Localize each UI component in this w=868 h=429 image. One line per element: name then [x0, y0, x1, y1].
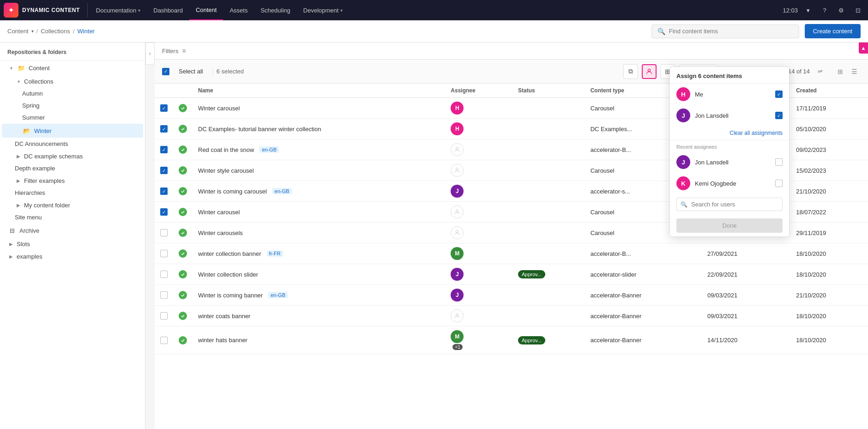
row-checkbox[interactable]	[160, 291, 168, 299]
clear-assignments-link[interactable]: Clear all assignments	[670, 126, 789, 140]
search-users-field[interactable]: 🔍	[676, 198, 783, 211]
row-last-modified-cell: 22/09/2021	[702, 264, 790, 285]
assign-name-me: Me	[695, 91, 771, 98]
row-name-cell[interactable]: DC Examples- tutorial banner winter coll…	[193, 119, 445, 139]
search-users-input[interactable]	[691, 201, 778, 208]
sidebar-item-autumn[interactable]: Autumn	[2, 88, 143, 99]
col-assignee[interactable]: Assignee	[445, 84, 512, 98]
col-created[interactable]: Created	[790, 84, 868, 98]
assign-option-jon[interactable]: J Jon Lansdell ✓	[670, 105, 789, 126]
help-icon[interactable]: ?	[818, 4, 831, 17]
assign-checkbox-jon[interactable]: ✓	[775, 112, 783, 119]
sidebar-item-spring[interactable]: Spring	[2, 100, 143, 111]
sidebar-item-my-content-folder[interactable]: ▶ My content folder	[2, 199, 143, 211]
assign-option-kemi[interactable]: K Kemi Ojogbede	[670, 173, 789, 194]
col-status-header[interactable]: Status	[512, 84, 585, 98]
sidebar-item-depth-example[interactable]: Depth example	[2, 163, 143, 174]
breadcrumb-content[interactable]: Content	[7, 28, 29, 35]
assign-option-jon-recent[interactable]: J Jon Lansdell	[670, 151, 789, 173]
sidebar-item-site-menu[interactable]: Site menu	[2, 211, 143, 223]
assign-option-me[interactable]: H Me ✓	[670, 84, 789, 105]
row-checkbox[interactable]: ✓	[160, 167, 168, 174]
done-button[interactable]: Done	[676, 218, 783, 233]
sidebar-item-dc-announcements[interactable]: DC Announcements	[2, 138, 143, 150]
sidebar-item-winter[interactable]: 📂 Winter	[2, 124, 143, 138]
fullscreen-icon[interactable]: ⊡	[851, 4, 864, 17]
scroll-indicator[interactable]: ▲	[859, 42, 868, 54]
assign-user-button[interactable]	[642, 64, 657, 79]
row-checkbox[interactable]: ✓	[160, 187, 168, 195]
row-checkbox[interactable]	[160, 312, 168, 320]
sidebar-item-summer[interactable]: Summer	[2, 112, 143, 123]
sidebar-item-filter-examples[interactable]: ▶ Filter examples	[2, 175, 143, 187]
assign-checkbox-jon-recent[interactable]	[775, 158, 783, 166]
nav-scheduling[interactable]: Scheduling	[254, 0, 296, 20]
row-name-cell[interactable]: Winter is coming carouselen-GB	[193, 181, 445, 202]
sidebar-item-examples[interactable]: ▶ examples	[2, 250, 143, 262]
row-name-cell[interactable]: winter hats banner	[193, 326, 445, 354]
row-name-cell[interactable]: winter coats banner	[193, 306, 445, 326]
select-all-checkbox[interactable]: ✓	[162, 68, 169, 75]
row-name-cell[interactable]: Winter is coming banneren-GB	[193, 285, 445, 306]
grid-view-button[interactable]: ⊞	[834, 65, 847, 78]
sidebar-item-dc-example-schemas[interactable]: ▶ DC example schemas	[2, 150, 143, 162]
nav-content[interactable]: Content	[189, 0, 223, 20]
create-content-button[interactable]: Create content	[805, 24, 861, 38]
sidebar-item-collections[interactable]: ▾ Collections	[2, 75, 143, 87]
content-name: DC Examples- tutorial banner winter coll…	[198, 126, 440, 133]
row-name-cell[interactable]: Winter style carousel	[193, 160, 445, 181]
sidebar-item-archive[interactable]: ⊟ Archive	[2, 224, 143, 237]
assign-checkbox-kemi[interactable]	[775, 180, 783, 187]
breadcrumb-winter[interactable]: Winter	[77, 28, 95, 35]
row-name-cell[interactable]: Winter carousel	[193, 98, 445, 119]
content-item-name: winter collection banner	[198, 250, 261, 257]
row-name-cell[interactable]: Winter carousels	[193, 223, 445, 243]
search-input[interactable]	[669, 28, 793, 35]
filter-icon[interactable]: ≡	[182, 47, 186, 54]
content-name: Winter is coming carouselen-GB	[198, 188, 440, 195]
folder-icon-content: 📁	[17, 63, 26, 73]
nav-dashboard[interactable]: Dashboard	[147, 0, 189, 20]
row-checkbox[interactable]	[160, 271, 168, 278]
row-name-cell[interactable]: Winter carousel	[193, 202, 445, 223]
search-bar[interactable]: 🔍	[651, 24, 799, 38]
row-checkbox-cell	[155, 306, 173, 326]
row-checkbox[interactable]: ✓	[160, 208, 168, 216]
row-name-cell[interactable]: Red coat in the snowen-GB	[193, 139, 445, 160]
sidebar-item-content[interactable]: ▾ 📁 Content	[2, 61, 143, 75]
list-view-button[interactable]: ☰	[848, 65, 861, 78]
row-assignee-cell	[445, 306, 512, 326]
sidebar-item-hierarchies[interactable]: Hierarchies	[2, 187, 143, 199]
filter-settings-button[interactable]: ⇌	[814, 65, 826, 78]
row-checkbox[interactable]: ✓	[160, 125, 168, 133]
col-name[interactable]: Name	[193, 84, 445, 98]
nav-documentation[interactable]: Documentation ▾	[90, 0, 147, 20]
row-name-cell[interactable]: winter collection bannerfr-FR	[193, 243, 445, 264]
avatar-placeholder	[451, 309, 464, 322]
breadcrumb-collections[interactable]: Collections	[41, 28, 70, 35]
row-checkbox[interactable]	[160, 337, 168, 344]
nav-development[interactable]: Development ▾	[297, 0, 350, 20]
row-checkbox[interactable]	[160, 229, 168, 236]
sidebar-collapse-button[interactable]: ‹	[145, 42, 155, 65]
nav-assets[interactable]: Assets	[223, 0, 254, 20]
select-all-button[interactable]: Select all	[175, 66, 207, 77]
status-dot	[179, 291, 187, 299]
row-name-cell[interactable]: Winter collection slider	[193, 264, 445, 285]
assign-name-jon: Jon Lansdell	[695, 112, 771, 119]
nav-expand-icon[interactable]: ▾	[802, 4, 814, 17]
sidebar-item-slots[interactable]: ▶ Slots	[2, 238, 143, 250]
assign-checkbox-me[interactable]: ✓	[775, 91, 783, 98]
col-checkbox	[155, 84, 173, 98]
row-last-modified-cell: 27/09/2021	[702, 243, 790, 264]
copy-button[interactable]: ⧉	[623, 64, 638, 79]
row-checkbox[interactable]: ✓	[160, 104, 168, 112]
row-checkbox[interactable]: ✓	[160, 146, 168, 153]
settings-icon[interactable]: ⚙	[835, 4, 848, 17]
row-checkbox[interactable]	[160, 250, 168, 257]
breadcrumb-content-dropdown[interactable]: ▾	[31, 29, 34, 34]
main-layout: Repositories & folders ▾ 📁 Content ▾ Col…	[0, 42, 868, 429]
sidebar-item-label: Autumn	[22, 90, 139, 97]
app-logo[interactable]: ✦ DYNAMIC CONTENT	[4, 3, 80, 18]
row-checkbox-cell	[155, 264, 173, 285]
